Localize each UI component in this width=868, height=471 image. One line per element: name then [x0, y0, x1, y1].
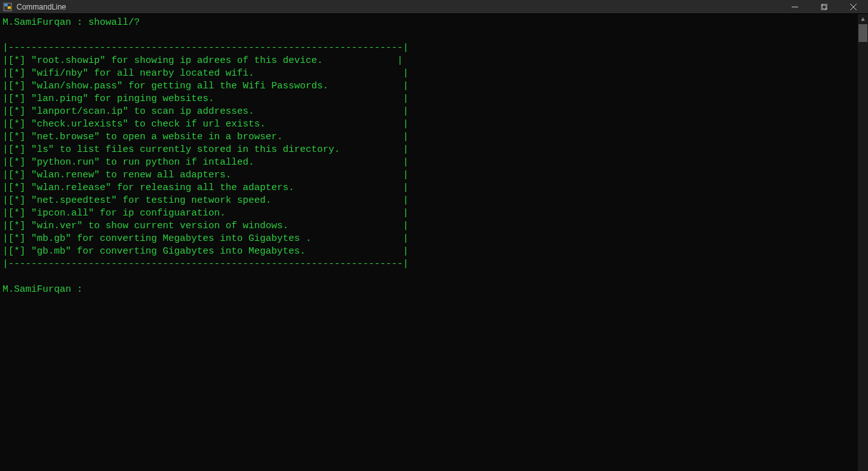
- maximize-button[interactable]: [810, 0, 839, 13]
- minimize-button[interactable]: [780, 0, 810, 13]
- svg-rect-5: [822, 4, 827, 9]
- svg-rect-4: [821, 5, 826, 10]
- svg-rect-2: [8, 6, 11, 9]
- app-icon: [3, 2, 13, 12]
- terminal-output[interactable]: M.SamiFurqan : showall/? |--------------…: [0, 14, 868, 471]
- titlebar: CommandLine: [0, 0, 868, 14]
- svg-rect-1: [4, 4, 8, 6]
- window-title: CommandLine: [17, 3, 780, 11]
- window-controls: [780, 0, 868, 13]
- terminal-area[interactable]: M.SamiFurqan : showall/? |--------------…: [0, 14, 868, 471]
- close-button[interactable]: [839, 0, 868, 13]
- scrollbar[interactable]: ▲: [858, 14, 868, 471]
- scroll-thumb[interactable]: [858, 24, 867, 42]
- scroll-up-arrow[interactable]: ▲: [858, 14, 868, 24]
